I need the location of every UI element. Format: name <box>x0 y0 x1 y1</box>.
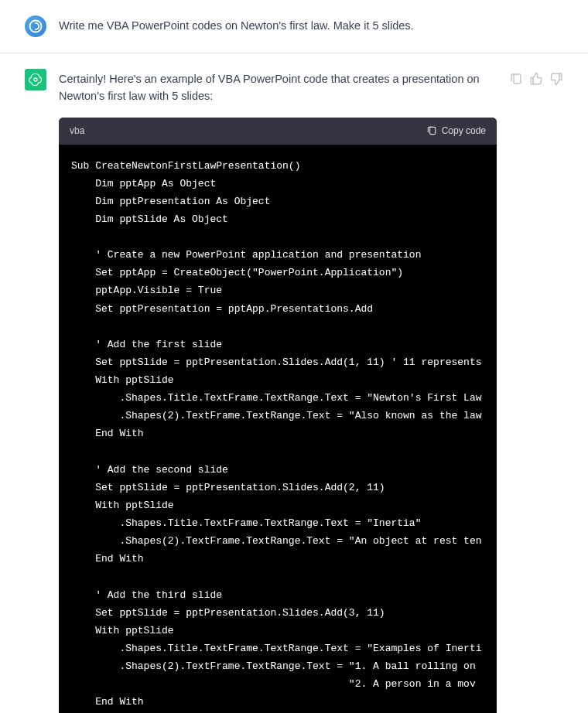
thumbs-up-icon[interactable] <box>529 72 543 86</box>
svg-point-0 <box>30 21 42 32</box>
user-avatar <box>25 15 46 37</box>
user-message-inner: Write me VBA PowerPoint codes on Newton'… <box>0 15 588 37</box>
code-body: Sub CreateNewtonFirstLawPresentation() D… <box>59 145 497 713</box>
assistant-intro-text: Certainly! Here's an example of VBA Powe… <box>59 70 497 105</box>
assistant-avatar <box>25 69 46 90</box>
user-message-row: Write me VBA PowerPoint codes on Newton'… <box>0 0 588 53</box>
user-avatar-icon <box>28 19 43 34</box>
code-content[interactable]: Sub CreateNewtonFirstLawPresentation() D… <box>71 157 484 711</box>
svg-rect-3 <box>514 74 521 84</box>
user-message-text: Write me VBA PowerPoint codes on Newton'… <box>59 15 563 37</box>
svg-point-1 <box>34 78 37 81</box>
copy-code-button[interactable]: Copy code <box>426 124 486 138</box>
assistant-message-row: Certainly! Here's an example of VBA Powe… <box>0 53 588 713</box>
code-language-label: vba <box>70 124 84 138</box>
copy-code-label: Copy code <box>442 124 486 138</box>
svg-rect-2 <box>429 128 435 135</box>
thumbs-down-icon[interactable] <box>549 72 563 86</box>
message-actions <box>509 69 563 713</box>
code-block: vba Copy code Sub CreateNewtonFirstLawPr… <box>59 118 497 713</box>
assistant-message-inner: Certainly! Here's an example of VBA Powe… <box>0 69 588 713</box>
assistant-message-content: Certainly! Here's an example of VBA Powe… <box>59 69 497 713</box>
chat-container: Write me VBA PowerPoint codes on Newton'… <box>0 0 588 713</box>
clipboard-icon <box>426 125 437 136</box>
copy-icon[interactable] <box>509 72 523 86</box>
assistant-avatar-icon <box>28 72 43 87</box>
code-header: vba Copy code <box>59 118 497 145</box>
